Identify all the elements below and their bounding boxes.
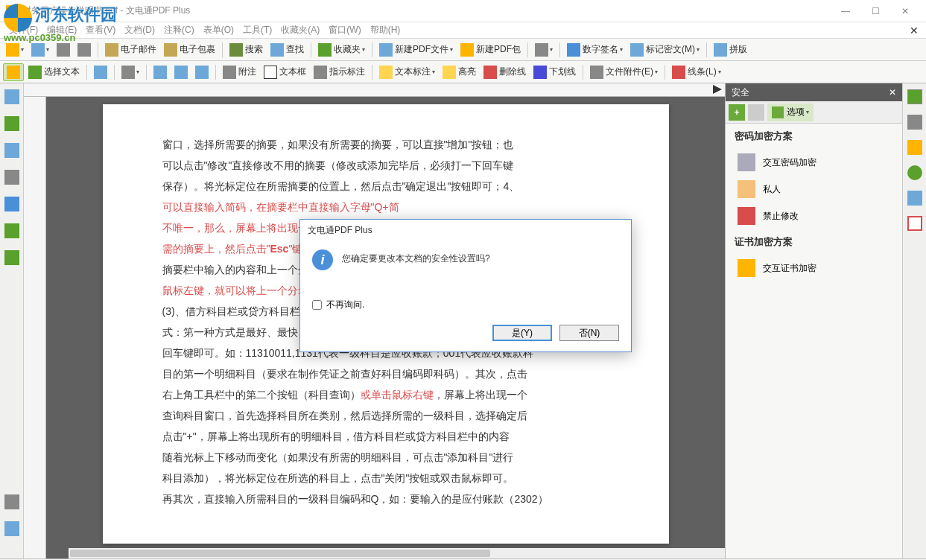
i-save-icon: [31, 43, 45, 57]
left-sidebar: [0, 83, 24, 559]
document-text-line: 目的第一个明细科目（要求在制作凭证之前查好科目编码即科码）。其次，点击: [162, 363, 609, 384]
dont-ask-checkbox[interactable]: [312, 300, 322, 310]
document-text-line: 再其次，直接输入所需科目的一级科目编码和Q，如：要输入的是应付账款（2302）: [162, 489, 609, 509]
menu-item[interactable]: 查看(V): [81, 25, 120, 35]
security-scheme-item[interactable]: 交互证书加密: [726, 255, 902, 281]
panel-title-bar: 安全 ✕: [726, 83, 902, 101]
menu-item[interactable]: 注释(C): [159, 25, 199, 35]
document-text-line: 查询科目窗口，首先选择科目所在类别，然后选择所需的一级科目，选择确定后: [162, 405, 609, 426]
no-button[interactable]: 否(N): [559, 325, 619, 341]
menu-item[interactable]: 窗口(W): [324, 25, 365, 35]
toolbar-button[interactable]: [171, 63, 191, 81]
toolbar-button[interactable]: 删除线: [481, 63, 529, 81]
comments-panel-icon[interactable]: [4, 521, 19, 536]
toolbar-button[interactable]: 新建PDF包: [457, 41, 524, 59]
toolbar-button[interactable]: ▾: [3, 41, 27, 59]
horizontal-scrollbar[interactable]: [69, 548, 725, 559]
horizontal-ruler: [24, 83, 725, 97]
edit-tab-icon[interactable]: [907, 191, 922, 206]
toolbar-button[interactable]: 拼版: [711, 41, 750, 59]
toolbar-button[interactable]: 标记密文(M)▾: [627, 41, 703, 59]
toolbar-button[interactable]: 线条(L)▾: [669, 63, 724, 81]
pages-panel-icon[interactable]: [4, 89, 19, 104]
add-scheme-button[interactable]: +: [729, 104, 745, 121]
document-text-line: 保存）。将光标定位在所需摘要的位置上，然后点击"确定退出"按钮即可；4、: [162, 176, 609, 197]
i-search-icon: [229, 43, 243, 57]
signatures-panel-icon[interactable]: [4, 143, 19, 158]
security-scheme-item[interactable]: 禁止修改: [726, 203, 902, 229]
panel-toggle-icon[interactable]: [713, 85, 722, 94]
scheme-label: 交互证书加密: [763, 262, 816, 275]
toolbar-button[interactable]: [3, 63, 24, 81]
i-sign-icon: [567, 43, 580, 57]
attachments-panel-icon[interactable]: [4, 223, 19, 238]
history-panel-icon[interactable]: [4, 494, 19, 509]
toolbar-button[interactable]: 电子包裹: [161, 41, 218, 59]
toolbar-button[interactable]: 数字签名▾: [564, 41, 626, 59]
toolbar-button[interactable]: [74, 41, 94, 59]
vertical-ruler: [24, 97, 46, 559]
menu-bar: 文件(F)编辑(E)查看(V)文档(D)注释(C)表单(O)工具(T)收藏夹(A…: [0, 22, 926, 39]
panel-close-icon[interactable]: ✕: [889, 87, 896, 98]
toolbar-button[interactable]: [192, 63, 212, 81]
security-scheme-item[interactable]: 私人: [726, 176, 902, 203]
redact-tab-icon[interactable]: [907, 216, 922, 231]
document-text-line: 科目添加），将光标定位在所选的科目上，点击"关闭"按钮或双击鼠标即可。: [162, 468, 609, 489]
title-bar: 财务用户操作说明书.pdf - 文电通PDF Plus — ☐ ✕: [0, 0, 926, 22]
info-icon: i: [312, 249, 333, 270]
toolbar-button[interactable]: 高亮: [440, 63, 479, 81]
menu-item[interactable]: 帮助(H): [366, 25, 405, 35]
scheme-icon: [738, 153, 755, 171]
toolbar-button[interactable]: [91, 63, 110, 81]
toolbar-button[interactable]: 电子邮件: [102, 41, 159, 59]
toolbar-button[interactable]: 查找: [267, 41, 307, 59]
lock-tab-icon[interactable]: [907, 115, 922, 130]
document-text-line: 点击"+"，屏幕上将出现所有的明细科目，借方科目栏或贷方科目栏中的内容: [162, 426, 609, 447]
security-scheme-item[interactable]: 交互密码加密: [726, 149, 902, 176]
toolbar-button[interactable]: 选择文本: [25, 63, 83, 81]
scheme-label: 交互密码加密: [763, 156, 816, 169]
document-text-line: 窗口，选择所需要的摘要，如果没有所需要的摘要，可以直接"增加"按钮；也: [162, 134, 609, 155]
toolbar-button[interactable]: [150, 63, 170, 81]
toolbar-button[interactable]: 指示标注: [311, 63, 368, 81]
toolbar-button[interactable]: 收藏夹▾: [315, 41, 368, 59]
menu-item[interactable]: 收藏夹(A): [276, 25, 324, 35]
layers-panel-icon[interactable]: [4, 170, 19, 185]
minimize-button[interactable]: —: [831, 1, 860, 22]
options-button[interactable]: 选项▾: [767, 104, 814, 121]
toolbar-button[interactable]: 文本标注▾: [376, 63, 438, 81]
i-print-icon: [77, 43, 91, 57]
dont-ask-label: 不再询问.: [326, 299, 364, 311]
i-strike-icon: [483, 66, 497, 79]
yes-button[interactable]: 是(Y): [492, 325, 552, 341]
i-clip-icon: [590, 66, 603, 79]
tags-panel-icon[interactable]: [4, 250, 19, 265]
i-pack-icon: [164, 43, 177, 57]
toolbar-button[interactable]: 文本框: [261, 63, 309, 81]
menu-item[interactable]: 工具(T): [238, 25, 276, 35]
toolbar-button[interactable]: ▾: [118, 63, 142, 81]
toolbar-button[interactable]: 下划线: [530, 63, 579, 81]
menu-item[interactable]: 编辑(E): [42, 25, 81, 35]
menu-item[interactable]: 文件(F): [4, 25, 42, 35]
tab-close-icon[interactable]: ✕: [910, 25, 919, 36]
bookmarks-panel-icon[interactable]: [4, 116, 19, 131]
toolbar-button[interactable]: 新建PDF文件▾: [376, 41, 456, 59]
maximize-button[interactable]: ☐: [860, 1, 890, 22]
delete-scheme-button[interactable]: [748, 104, 764, 121]
i-img-icon: [94, 66, 107, 79]
security-tab-icon[interactable]: [907, 89, 922, 104]
toolbar-button[interactable]: [54, 41, 73, 59]
toolbar-button[interactable]: 附注: [220, 63, 259, 81]
toolbar-button[interactable]: ▾: [28, 41, 52, 59]
menu-item[interactable]: 文档(D): [120, 25, 159, 35]
bookmark-tab-icon[interactable]: [907, 140, 922, 155]
toolbar-button[interactable]: 文件附件(E)▾: [587, 63, 661, 81]
i-new-icon: [379, 43, 393, 57]
toolbar-button[interactable]: ▾: [532, 41, 556, 59]
close-button[interactable]: ✕: [890, 1, 920, 22]
toolbar-button[interactable]: 搜索: [226, 41, 266, 59]
destinations-tab-icon[interactable]: [907, 165, 922, 180]
menu-item[interactable]: 表单(O): [199, 25, 238, 35]
content-panel-icon[interactable]: [4, 197, 19, 211]
